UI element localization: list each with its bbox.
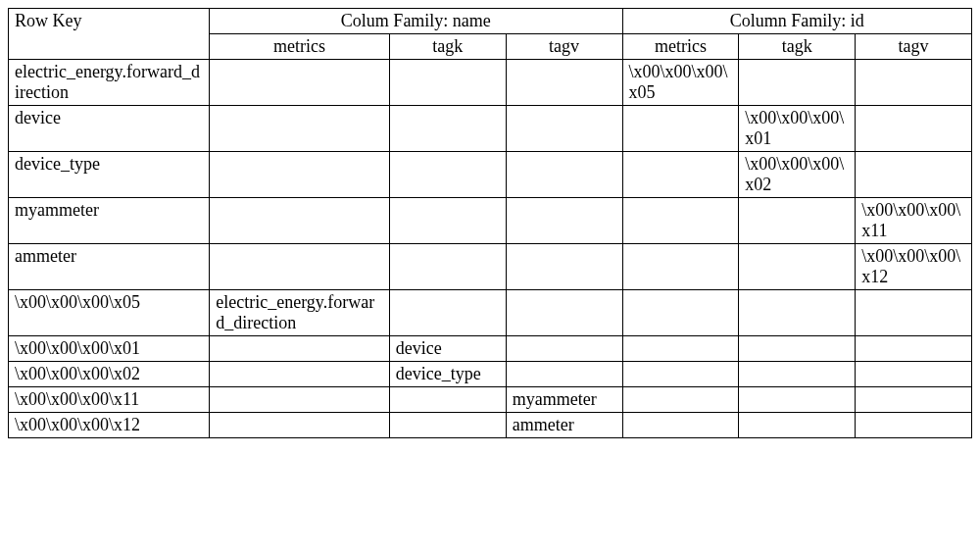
cell-id-tagv [856, 336, 972, 362]
cell-id-metrics [622, 336, 739, 362]
cell-id-tagk: \x00\x00\x00\x02 [739, 152, 856, 198]
cell-id-metrics [622, 290, 739, 336]
table-row: electric_energy.forward_direction \x00\x… [9, 60, 972, 106]
cell-id-tagk [739, 244, 856, 290]
table-row: \x00\x00\x00\x05 electric_energy.forward… [9, 290, 972, 336]
cell-name-metrics [210, 413, 390, 438]
cell-name-metrics [210, 60, 390, 106]
cell-id-tagk [739, 336, 856, 362]
cell-name-tagv [506, 106, 622, 152]
cell-id-metrics [622, 362, 739, 387]
cell-id-tagk: \x00\x00\x00\x01 [739, 106, 856, 152]
cell-id-metrics [622, 387, 739, 413]
cell-id-tagk [739, 198, 856, 244]
cell-id-tagv [856, 60, 972, 106]
cell-id-metrics [622, 413, 739, 438]
cell-id-metrics [622, 244, 739, 290]
cell-id-tagv [856, 362, 972, 387]
header-id-tagv: tagv [856, 34, 972, 60]
cell-name-tagk: device_type [389, 362, 506, 387]
table-row: \x00\x00\x00\x01 device [9, 336, 972, 362]
cell-row-key: device [9, 106, 210, 152]
cell-id-tagk [739, 362, 856, 387]
table-row: ammeter \x00\x00\x00\x12 [9, 244, 972, 290]
cell-row-key: \x00\x00\x00\x12 [9, 413, 210, 438]
cell-name-tagv [506, 60, 622, 106]
cell-name-tagk [389, 198, 506, 244]
cell-id-metrics [622, 198, 739, 244]
cell-name-tagk [389, 244, 506, 290]
header-id-metrics: metrics [622, 34, 739, 60]
header-cf-name: Colum Family: name [210, 9, 622, 34]
cell-id-tagk [739, 60, 856, 106]
header-row-key: Row Key [9, 9, 210, 60]
header-name-tagv: tagv [506, 34, 622, 60]
cell-id-metrics [622, 152, 739, 198]
cell-name-tagk [389, 290, 506, 336]
cell-id-tagk [739, 387, 856, 413]
cell-row-key: \x00\x00\x00\x05 [9, 290, 210, 336]
cell-name-tagv [506, 336, 622, 362]
header-id-tagk: tagk [739, 34, 856, 60]
cell-name-metrics: electric_energy.forward_direction [210, 290, 390, 336]
cell-name-tagv: ammeter [506, 413, 622, 438]
cell-name-tagv [506, 244, 622, 290]
table-row: \x00\x00\x00\x11 myammeter [9, 387, 972, 413]
cell-name-tagv [506, 290, 622, 336]
table-row: \x00\x00\x00\x02 device_type [9, 362, 972, 387]
cell-row-key: myammeter [9, 198, 210, 244]
cell-name-metrics [210, 244, 390, 290]
cell-row-key: \x00\x00\x00\x01 [9, 336, 210, 362]
cell-name-tagv [506, 198, 622, 244]
cell-id-tagv: \x00\x00\x00\x12 [856, 244, 972, 290]
cell-row-key: \x00\x00\x00\x02 [9, 362, 210, 387]
cell-id-tagv: \x00\x00\x00\x11 [856, 198, 972, 244]
cell-row-key: device_type [9, 152, 210, 198]
header-name-metrics: metrics [210, 34, 390, 60]
cell-name-tagk: device [389, 336, 506, 362]
cell-name-metrics [210, 152, 390, 198]
cell-name-metrics [210, 336, 390, 362]
cell-id-tagv [856, 387, 972, 413]
cell-row-key: electric_energy.forward_direction [9, 60, 210, 106]
cell-id-tagv [856, 290, 972, 336]
cell-name-tagk [389, 413, 506, 438]
table-row: \x00\x00\x00\x12 ammeter [9, 413, 972, 438]
table-row: device_type \x00\x00\x00\x02 [9, 152, 972, 198]
cell-name-tagv: myammeter [506, 387, 622, 413]
cell-id-metrics: \x00\x00\x00\x05 [622, 60, 739, 106]
header-row-1: Row Key Colum Family: name Column Family… [9, 9, 972, 34]
cell-name-metrics [210, 387, 390, 413]
cell-name-tagv [506, 362, 622, 387]
cell-row-key: ammeter [9, 244, 210, 290]
cell-name-tagk [389, 60, 506, 106]
cell-id-tagv [856, 106, 972, 152]
cell-name-tagk [389, 106, 506, 152]
header-name-tagk: tagk [389, 34, 506, 60]
table-row: device \x00\x00\x00\x01 [9, 106, 972, 152]
cell-name-tagv [506, 152, 622, 198]
cell-id-tagv [856, 413, 972, 438]
cell-name-metrics [210, 362, 390, 387]
header-cf-id: Column Family: id [622, 9, 972, 34]
cell-id-tagv [856, 152, 972, 198]
cell-id-metrics [622, 106, 739, 152]
cell-name-tagk [389, 152, 506, 198]
table-row: myammeter \x00\x00\x00\x11 [9, 198, 972, 244]
cell-id-tagk [739, 413, 856, 438]
cell-row-key: \x00\x00\x00\x11 [9, 387, 210, 413]
schema-table: Row Key Colum Family: name Column Family… [8, 8, 972, 438]
table-body: electric_energy.forward_direction \x00\x… [9, 60, 972, 438]
cell-name-tagk [389, 387, 506, 413]
cell-id-tagk [739, 290, 856, 336]
cell-name-metrics [210, 198, 390, 244]
cell-name-metrics [210, 106, 390, 152]
